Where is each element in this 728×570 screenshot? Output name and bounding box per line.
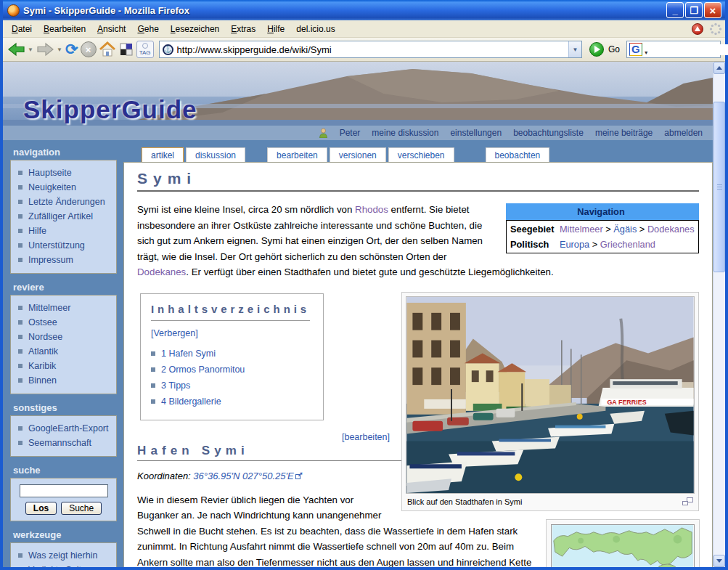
search-input[interactable] [20,484,108,497]
toc-link[interactable]: 1 Hafen Symi [161,349,216,359]
menu-extras[interactable]: Extras [225,22,261,36]
toc-link[interactable]: 4 Bildergallerie [161,396,221,407]
search-fulltext-button[interactable]: Suche [61,502,102,515]
user-page-link[interactable]: Peter [340,128,361,138]
sidebar-item-atlantik[interactable]: Atlantik [18,344,112,359]
sidebar-link[interactable]: Karibik [28,361,56,371]
sidebar-link[interactable]: Mittelmeer [28,303,70,313]
sidebar-link[interactable]: Binnen [28,375,57,386]
map-thumb[interactable] [546,519,700,567]
close-button[interactable]: × [704,2,721,18]
toc-item-hafen-symi[interactable]: 1 Hafen Symi [151,346,310,362]
tile-view-button[interactable] [118,39,134,60]
tab-verschieben[interactable]: verschieben [388,147,454,162]
sidebar-link[interactable]: Hilfe [28,226,46,236]
sidebar-link[interactable]: Impressum [28,255,73,265]
infobox-link-ägäis[interactable]: Ägäis [613,224,637,235]
sidebar-item-zufaelliger-artikel[interactable]: Zufälliger Artikel [18,209,112,224]
sidebar-item-letzte-aenderungen[interactable]: Letzte Änderungen [18,195,112,209]
harbor-photo[interactable]: GA FERRIES [406,296,695,494]
home-button[interactable] [99,39,116,60]
back-button[interactable] [7,39,25,60]
toc-link[interactable]: 2 Ormos Panormitou [161,365,245,375]
my-contributions-link[interactable]: meine beiträge [595,128,653,138]
sidebar-item-verlinkte-seiten[interactable]: Verlinkte Seiten [18,563,112,567]
tab-beobachten[interactable]: beobachten [486,147,550,162]
link-rhodos[interactable]: Rhodos [355,204,388,215]
menu-lesezeichen[interactable]: Lesezeichen [165,22,225,36]
infobox-link-dodekanes[interactable]: Dodekanes [647,224,695,235]
google-search-input[interactable] [649,44,728,55]
infobox-link-mittelmeer[interactable]: Mittelmeer [560,224,603,235]
back-dropdown-icon[interactable]: ▼ [28,46,34,53]
forward-button[interactable] [36,39,54,60]
infobox-link-europa[interactable]: Europa [560,239,589,250]
sidebar-item-impressum[interactable]: Impressum [18,253,112,267]
minimize-button[interactable]: _ [666,2,684,18]
sidebar-item-seemannschaft[interactable]: Seemannschaft [18,436,112,450]
scrollbar-thumb[interactable] [713,102,725,272]
adblock-icon[interactable] [692,23,703,35]
tab-versionen[interactable]: versionen [330,147,386,162]
menu-ansicht[interactable]: Ansicht [91,22,131,36]
sidebar-link[interactable]: Nordsee [28,332,62,342]
edit-section-link[interactable]: [bearbeiten] [342,432,390,442]
sidebar-item-binnen[interactable]: Binnen [18,373,112,388]
sidebar-item-was-zeigt-hierhin[interactable]: Was zeigt hierhin [18,548,112,563]
scrollbar-track[interactable] [713,74,725,555]
tag-button[interactable]: TAG [136,41,154,58]
sidebar-link[interactable]: GoogleEarth-Export [28,423,108,433]
menu-delicious[interactable]: del.icio.us [290,22,340,36]
toc-link[interactable]: 3 Tipps [161,380,190,391]
sidebar-link[interactable]: Seemannschaft [28,438,91,448]
go-button[interactable] [589,42,604,57]
toc-item-tipps[interactable]: 3 Tipps [151,378,310,394]
toc-item-ormos-panormitou[interactable]: 2 Ormos Panormitou [151,362,310,378]
watchlist-link[interactable]: beobachtungsliste [513,128,584,138]
tab-artikel[interactable]: artikel [142,147,184,162]
sidebar-item-ostsee[interactable]: Ostsee [18,315,112,330]
sidebar-item-nordsee[interactable]: Nordsee [18,330,112,344]
sidebar-link[interactable]: Was zeigt hierhin [28,550,97,561]
toc-hide-link[interactable]: [Verbergen] [151,328,310,338]
coordinates-link[interactable]: 36°36.95'N 027°50.25'E [193,471,293,481]
url-dropdown-icon[interactable]: ▼ [568,41,581,57]
sidebar-link[interactable]: Zufälliger Artikel [28,211,93,221]
sidebar-item-hilfe[interactable]: Hilfe [18,224,112,238]
sidebar-link[interactable]: Letzte Änderungen [28,197,105,207]
preferences-link[interactable]: einstellungen [450,128,502,138]
scrollbar-down-icon[interactable] [713,555,725,567]
sidebar-link[interactable]: Atlantik [28,346,58,357]
maximize-button[interactable]: ❐ [685,2,703,18]
menu-gehe[interactable]: Gehe [131,22,164,36]
sidebar-item-googleearth-export[interactable]: GoogleEarth-Export [18,421,112,436]
google-search-box[interactable]: G ▼ [626,41,721,58]
map-image[interactable] [551,524,695,567]
menu-bearbeiten[interactable]: Bearbeiten [38,22,91,36]
enlarge-icon[interactable] [682,497,693,505]
link-dodekanes[interactable]: Dodekanes [137,266,186,277]
stop-button[interactable]: × [81,41,97,57]
logout-link[interactable]: abmelden [664,128,703,138]
sidebar-item-mittelmeer[interactable]: Mittelmeer [18,301,112,315]
sidebar-link[interactable]: Neuigkeiten [28,182,76,192]
search-go-button[interactable]: Los [25,502,57,515]
sidebar-item-unterstuetzung[interactable]: Unterstützung [18,238,112,253]
tab-diskussion[interactable]: diskussion [186,147,245,162]
menu-datei[interactable]: Datei [6,22,38,36]
sidebar-link[interactable]: Unterstützung [28,240,85,251]
tab-bearbeiten[interactable]: bearbeiten [267,147,327,162]
titlebar[interactable]: Symi - SkipperGuide - Mozilla Firefox _ … [3,0,725,20]
search-engine-dropdown-icon[interactable]: ▼ [644,50,649,55]
sidebar-item-karibik[interactable]: Karibik [18,359,112,373]
forward-dropdown-icon[interactable]: ▼ [57,46,63,53]
infobox-link-griechenland[interactable]: Griechenland [600,239,655,250]
url-bar[interactable]: ⚓ ▼ [159,41,582,58]
toc-item-bildergallerie[interactable]: 4 Bildergallerie [151,394,310,410]
sidebar-link[interactable]: Hauptseite [28,168,72,178]
sidebar-item-neuigkeiten[interactable]: Neuigkeiten [18,180,112,195]
my-talk-link[interactable]: meine diskussion [372,128,438,138]
site-logo[interactable]: SkipperGuide [23,95,197,124]
reload-button[interactable]: ⟳ [65,39,78,60]
menu-hilfe[interactable]: Hilfe [261,22,290,36]
